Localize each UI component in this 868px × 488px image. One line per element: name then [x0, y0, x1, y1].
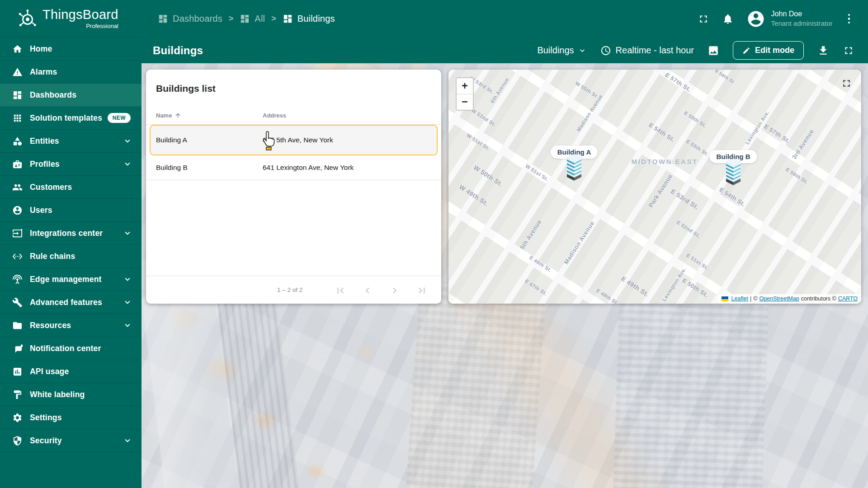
map-tiles[interactable]: W 53rd St.6th AvenueW 55th StW 52nd St.W… — [448, 70, 861, 304]
sidebar-item-entities[interactable]: Entities — [0, 130, 142, 153]
map-fullscreen-button[interactable] — [841, 78, 852, 90]
home-icon — [12, 43, 23, 54]
street-label: W 52nd St. — [471, 108, 497, 127]
street-label: E 56th St. — [785, 167, 809, 185]
sidebar-item-users[interactable]: Users — [0, 199, 142, 222]
sidebar-item-customers[interactable]: Customers — [0, 176, 142, 199]
integration-icon — [12, 228, 23, 239]
dashboard-state-select[interactable]: Buildings — [537, 45, 586, 56]
more-options-button[interactable] — [845, 12, 853, 26]
breadcrumb: Dashboards > All > Buildings — [142, 14, 335, 24]
map-marker-building-a[interactable]: Building A — [564, 158, 584, 185]
edit-mode-button[interactable]: Edit mode — [733, 41, 804, 60]
sidebar-item-label: Resources — [30, 321, 71, 330]
zoom-in-button[interactable]: + — [457, 78, 473, 94]
clock-icon — [600, 45, 611, 56]
table-row-building-b[interactable]: Building B 641 Lexington Ave, New York — [146, 155, 441, 180]
sidebar-item-home[interactable]: Home — [0, 38, 142, 61]
bell-icon — [722, 13, 734, 25]
chevron-down-icon — [123, 159, 132, 169]
notifications-bell-button[interactable] — [722, 13, 734, 25]
sidebar: ThingsBoard Professional Home Alarms Das… — [0, 0, 142, 488]
previous-page-button[interactable] — [361, 284, 374, 297]
street-label: E 51st St. — [685, 253, 709, 271]
sidebar-item-rule-chains[interactable]: Rule chains — [0, 245, 142, 268]
tools-icon — [12, 297, 23, 308]
table-row-building-a[interactable]: Building A 645 5th Ave, New York — [146, 125, 441, 155]
widget-title: Buildings list — [146, 70, 441, 94]
fullscreen-icon — [841, 78, 852, 89]
map-marker-building-b[interactable]: Building B — [723, 162, 743, 189]
sidebar-item-label: Alarms — [30, 67, 57, 77]
first-page-button[interactable] — [334, 284, 347, 297]
sidebar-item-integrations-center[interactable]: Integrations center — [0, 222, 142, 245]
pagination-range-label: 1 – 2 of 2 — [277, 286, 302, 293]
sidebar-item-label: Users — [30, 206, 52, 215]
sidebar-item-settings[interactable]: Settings — [0, 406, 142, 429]
fullscreen-button[interactable] — [698, 13, 709, 25]
warning-icon — [12, 66, 23, 77]
sidebar-item-advanced-features[interactable]: Advanced features — [0, 291, 142, 314]
column-header-name[interactable]: Name — [156, 112, 181, 119]
sidebar-item-edge-management[interactable]: Edge management — [0, 268, 142, 291]
openstreetmap-link[interactable]: OpenStreetMap — [759, 296, 799, 302]
sidebar-item-label: White labeling — [30, 390, 85, 399]
thingsboard-logo-icon — [17, 8, 38, 29]
street-label: E 52nd St. — [676, 220, 701, 239]
sidebar-item-label: Profiles — [30, 160, 60, 169]
sidebar-item-notification-center[interactable]: Notification center — [0, 337, 142, 360]
first-page-icon — [335, 285, 346, 296]
fullscreen-icon — [843, 45, 854, 56]
chevron-down-icon — [123, 228, 132, 238]
gear-icon — [12, 412, 23, 423]
street-label: E 57th St. — [763, 123, 792, 145]
breadcrumb-separator: > — [229, 14, 234, 23]
sidebar-item-profiles[interactable]: Profiles — [0, 153, 142, 176]
buildings-map-widget[interactable]: W 53rd St.6th AvenueW 55th StW 52nd St.W… — [448, 70, 861, 304]
sidebar-item-white-labeling[interactable]: White labeling — [0, 383, 142, 406]
sidebar-item-resources[interactable]: Resources — [0, 314, 142, 337]
dashboard-fullscreen-button[interactable] — [843, 45, 854, 56]
timewindow-button[interactable]: Realtime - last hour — [600, 45, 694, 56]
buildings-list-widget: Buildings list Name Address Building A 6… — [146, 70, 441, 304]
last-page-button[interactable] — [415, 284, 429, 297]
sidebar-item-dashboards[interactable]: Dashboards — [0, 84, 142, 107]
app-logo[interactable]: ThingsBoard Professional — [0, 0, 142, 38]
breadcrumb-buildings[interactable]: Buildings — [283, 14, 335, 24]
app-edition: Professional — [86, 23, 118, 29]
chart-icon — [12, 366, 23, 377]
breadcrumb-all[interactable]: All — [240, 14, 265, 24]
sidebar-item-solution-templates[interactable]: Solution templates NEW — [0, 107, 142, 130]
next-page-button[interactable] — [388, 284, 401, 297]
sidebar-item-alarms[interactable]: Alarms — [0, 61, 142, 84]
next-page-icon — [389, 285, 401, 296]
street-label: W 49th St. — [458, 183, 490, 207]
street-label: W 55th St — [574, 80, 598, 99]
street-label: E 57th St. — [664, 71, 693, 93]
sidebar-item-label: Edge management — [30, 275, 102, 284]
export-download-button[interactable] — [817, 45, 829, 56]
street-label: E 53rd St. — [670, 188, 700, 211]
sidebar-item-api-usage[interactable]: API usage — [0, 360, 142, 383]
sidebar-item-label: Notification center — [30, 344, 101, 353]
dashboard-toolbar-actions: Buildings Realtime - last hour Edit mode — [537, 41, 854, 60]
street-label: W 50th St. — [472, 164, 505, 188]
sidebar-item-label: Entities — [30, 136, 59, 146]
shield-icon — [12, 435, 23, 446]
notification-icon — [12, 343, 23, 354]
map-attribution: Leaflet | © OpenStreetMap contributors ©… — [718, 294, 861, 304]
sidebar-item-security[interactable]: Security — [0, 429, 142, 452]
carto-link[interactable]: CARTO — [838, 296, 858, 302]
breadcrumb-dashboards[interactable]: Dashboards — [158, 14, 222, 24]
dashboard-image-button[interactable] — [708, 45, 719, 56]
leaflet-link[interactable]: Leaflet — [731, 296, 748, 302]
user-name: John Doe — [771, 9, 833, 19]
user-menu[interactable]: John Doe Tenant administrator — [746, 9, 833, 28]
sort-ascending-icon — [175, 112, 181, 119]
dashboard-content: Buildings list Name Address Building A 6… — [142, 63, 868, 488]
sidebar-item-label: Home — [30, 44, 52, 54]
pagination: 1 – 2 of 2 — [146, 276, 441, 304]
building-3d-icon — [564, 154, 584, 181]
chevron-down-icon — [123, 297, 132, 307]
zoom-out-button[interactable]: − — [457, 94, 473, 110]
